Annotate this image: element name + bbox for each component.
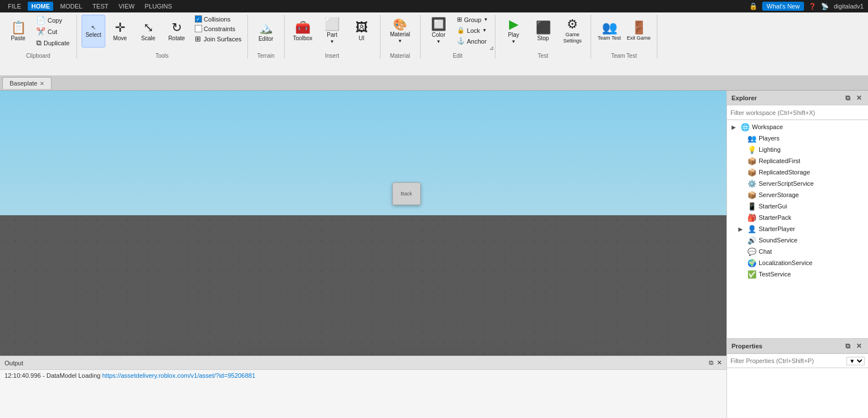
team-test-button[interactable]: 👥 Team Test <box>596 15 623 48</box>
group-button[interactable]: ⊞ Group ▼ <box>455 15 491 24</box>
help-icon[interactable]: ❓ <box>809 3 816 10</box>
menu-view[interactable]: VIEW <box>115 2 138 11</box>
toolbox-button[interactable]: 🧰 Toolbox <box>289 15 317 48</box>
ui-button[interactable]: 🖼 UI <box>348 15 375 48</box>
color-icon: 🔲 <box>431 18 446 31</box>
color-button[interactable]: 🔲 Color ▼ <box>425 15 452 48</box>
tree-item-localizationservice[interactable]: 🌍LocalizationService <box>727 257 868 268</box>
explorer-restore-btn[interactable]: ⧉ <box>844 93 852 103</box>
material-button[interactable]: 🎨 Material ▼ <box>385 15 416 48</box>
collisions-checkbox: ✓ <box>195 15 202 23</box>
output-close-icon[interactable]: ✕ <box>717 359 722 366</box>
menu-file[interactable]: FILE <box>5 2 24 11</box>
anchor-button[interactable]: ⚓ Anchor <box>455 36 491 46</box>
explorer-close-btn[interactable]: ✕ <box>854 93 863 103</box>
terrain-editor-button[interactable]: 🏔️ Editor <box>253 15 280 48</box>
insert-group: 🧰 Toolbox ⬜ Part ▼ 🖼 UI Insert <box>285 15 380 59</box>
tree-item-starterpack[interactable]: 🎒StarterPack <box>727 212 868 223</box>
tree-item-workspace[interactable]: ▶🌐Workspace <box>727 121 868 133</box>
select-icon: ↖ <box>91 24 96 31</box>
properties-filter: ▼ <box>727 353 868 368</box>
constraints-toggle[interactable]: Constraints <box>194 24 243 33</box>
properties-sort-select[interactable]: ▼ <box>846 357 865 365</box>
rotate-icon: ↻ <box>172 22 182 34</box>
duplicate-icon: ⧉ <box>36 39 41 48</box>
duplicate-button[interactable]: ⧉ Duplicate <box>34 37 72 49</box>
properties-filter-input[interactable] <box>730 357 845 364</box>
group-dropdown-arrow: ▼ <box>484 17 488 22</box>
output-header-actions: ⧉ ✕ <box>709 359 722 366</box>
copy-button[interactable]: 📄 Copy <box>34 15 72 25</box>
tree-item-soundservice[interactable]: 🔊SoundService <box>727 234 868 246</box>
play-icon: ▶ <box>509 18 519 31</box>
tree-expand-arrow[interactable]: ▶ <box>732 124 738 130</box>
test-group: ▶ Play ▼ ⬛ Stop ⚙ Game Settings Test <box>495 15 591 59</box>
tree-item-lighting[interactable]: 💡Lighting <box>727 144 868 155</box>
tree-item-startergui[interactable]: 📱StarterGui <box>727 201 868 212</box>
output-header: Output ⧉ ✕ <box>0 356 726 370</box>
tree-item-testservice[interactable]: ✅TestService <box>727 268 868 280</box>
tree-item-players[interactable]: 👥Players <box>727 133 868 144</box>
tree-item-chat[interactable]: 💬Chat <box>727 246 868 257</box>
move-icon: ✛ <box>115 22 125 34</box>
lock-icon: 🔒 <box>749 2 758 10</box>
menu-plugins[interactable]: PLUGINS <box>142 2 176 11</box>
share-icon[interactable]: 📡 <box>821 3 829 10</box>
collisions-toggle[interactable]: ✓ Collisions <box>194 15 243 23</box>
ribbon-content: 📋 Paste 📄 Copy ✂️ Cut ⧉ Duplic <box>0 12 868 61</box>
properties-panel: Properties ⧉ ✕ ▼ <box>727 339 868 418</box>
properties-close-btn[interactable]: ✕ <box>854 342 863 351</box>
tree-expand-arrow[interactable]: ▶ <box>738 226 745 232</box>
user-label: digitaladv1 <box>833 3 863 10</box>
tree-item-icon: 📦 <box>747 190 756 199</box>
output-log-url[interactable]: https://assetdelivery.roblox.com/v1/asse… <box>102 372 255 379</box>
tree-item-label: StarterPlayer <box>759 225 795 232</box>
tree-item-replicatedfirst[interactable]: 📦ReplicatedFirst <box>727 155 868 167</box>
tree-item-replicatedstorage[interactable]: 📦ReplicatedStorage <box>727 167 868 178</box>
group-icon: ⊞ <box>457 16 462 23</box>
team-test-icon: 👥 <box>602 22 617 34</box>
menu-model[interactable]: MODEL <box>57 2 85 11</box>
output-restore-icon[interactable]: ⧉ <box>709 359 713 366</box>
tree-item-serverscriptservice[interactable]: ⚙️ServerScriptService <box>727 178 868 189</box>
ui-icon: 🖼 <box>356 22 368 34</box>
part-button[interactable]: ⬜ Part ▼ <box>319 15 346 48</box>
tree-item-icon: 👤 <box>747 224 756 233</box>
properties-content <box>727 368 868 418</box>
whats-new-button[interactable]: What's New <box>762 2 804 11</box>
tree-item-serverstorage[interactable]: 📦ServerStorage <box>727 189 868 201</box>
explorer-header-actions: ⧉ ✕ <box>844 93 863 103</box>
viewport[interactable]: Back Output ⧉ ✕ 12:10:40.996 - DataModel… <box>0 91 726 418</box>
cut-button[interactable]: ✂️ Cut <box>34 26 72 37</box>
output-title: Output <box>5 360 23 366</box>
play-button[interactable]: ▶ Play ▼ <box>500 15 527 48</box>
tab-baseplate-close[interactable]: ✕ <box>40 80 44 87</box>
join-surfaces-toggle[interactable]: ⊞ Join Surfaces <box>194 34 243 44</box>
output-panel: Output ⧉ ✕ 12:10:40.996 - DataModel Load… <box>0 356 726 418</box>
edit-expand-icon[interactable]: ⊿ <box>489 45 494 51</box>
lock-button[interactable]: 🔒 Lock ▼ <box>455 25 491 35</box>
properties-restore-btn[interactable]: ⧉ <box>844 342 852 351</box>
tree-item-starterplayer[interactable]: ▶👤StarterPlayer <box>727 223 868 234</box>
titlebar-right: 🔒 What's New ❓ 📡 digitaladv1 <box>749 2 863 11</box>
scale-icon: ⤡ <box>143 22 153 34</box>
stop-button[interactable]: ⬛ Stop <box>529 15 557 48</box>
exit-game-button[interactable]: 🚪 Exit Game <box>625 15 652 48</box>
tree-item-label: ReplicatedStorage <box>759 169 810 176</box>
rotate-button[interactable]: ↻ Rotate <box>163 15 190 48</box>
paste-button[interactable]: 📋 Paste <box>5 15 32 48</box>
scale-button[interactable]: ⤡ Scale <box>135 15 162 48</box>
explorer-filter-input[interactable] <box>730 109 865 116</box>
tree-item-icon: 🎒 <box>747 213 756 222</box>
move-button[interactable]: ✛ Move <box>106 15 134 48</box>
paste-label: Paste <box>11 35 25 41</box>
material-dropdown-arrow: ▼ <box>398 39 403 44</box>
select-button[interactable]: ↖ Select <box>82 15 105 48</box>
game-settings-button[interactable]: ⚙ Game Settings <box>559 15 586 48</box>
tab-baseplate[interactable]: Baseplate ✕ <box>2 77 52 89</box>
terrain-group-label: Terrain <box>248 53 284 59</box>
titlebar: FILE HOME MODEL TEST VIEW PLUGINS 🔒 What… <box>0 0 868 12</box>
menu-test[interactable]: TEST <box>89 2 112 11</box>
tree-item-label: LocalizationService <box>759 259 813 266</box>
menu-home[interactable]: HOME <box>28 2 53 11</box>
